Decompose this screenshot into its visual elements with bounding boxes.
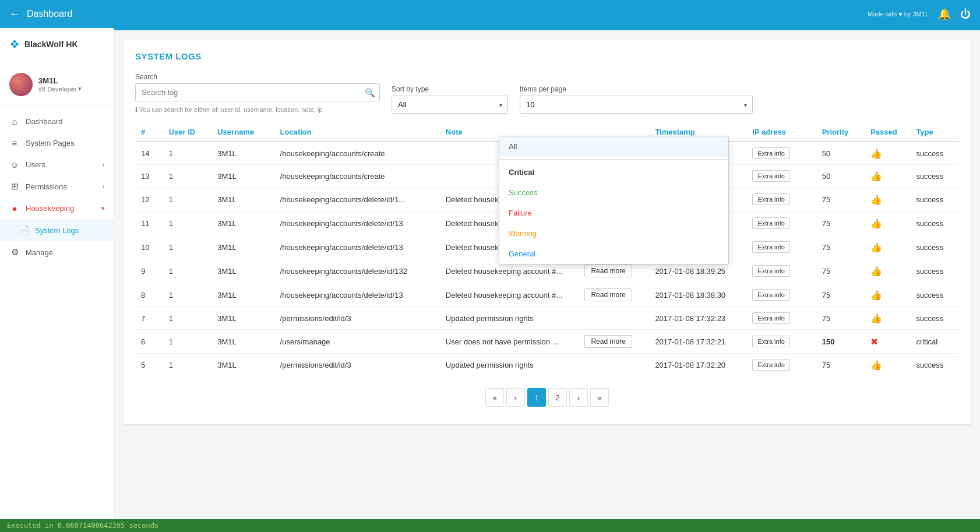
footer-text: Executed in 0.06071400642395 seconds [7,522,158,530]
sort-type-label: Sort by type [392,85,508,93]
items-per-page-wrapper: 10 ▾ [520,96,753,114]
cell-location: /housekeeping/accounts/delete/id/13 [274,212,440,235]
search-wrapper: 🔍 [135,83,380,101]
sidebar-item-users[interactable]: ☺ Users › [0,154,114,175]
cell-num: 10 [135,235,163,259]
search-button[interactable]: 🔍 [359,83,380,101]
col-header-userid: User ID [163,123,212,142]
dropdown-item-critical[interactable]: Critical [499,162,728,182]
pagination-page-2[interactable]: 2 [548,388,567,407]
notification-icon[interactable]: 🔔 [938,8,951,20]
pagination-prev[interactable]: ‹ [506,388,525,407]
cell-passed: 👍 [865,235,910,259]
extra-info-button[interactable]: Extra info [752,359,789,371]
passed-ok-icon: 👍 [870,290,882,300]
dropdown-item-warning[interactable]: Warning [499,223,728,244]
sort-type-select[interactable]: All [392,96,508,114]
sidebar-item-system-logs[interactable]: 📄 System Logs [0,219,114,241]
cell-ip: Extra info [746,307,816,330]
search-input[interactable] [135,83,380,101]
dropdown-item-success[interactable]: Success [499,182,728,203]
cell-priority: 75 [816,354,865,376]
read-more-button[interactable]: Read more [584,265,632,277]
top-header: ← Dashboard Made with ♥ by 3M1L 🔔 ⏻ [0,0,980,28]
col-header-username: Username [211,123,274,142]
sidebar-item-label: Permissions [26,182,67,191]
cell-username: 3M1L [211,142,274,165]
cell-ip: Extra info [746,165,816,188]
cell-userid: 1 [163,188,212,212]
sidebar-item-dashboard[interactable]: ⌂ Dashboard [0,111,114,132]
passed-fail-icon: ✖ [870,337,878,347]
grid-icon: ⊞ [9,181,20,192]
cell-username: 3M1L [211,259,274,283]
cell-username: 3M1L [211,188,274,212]
cell-passed: 👍 [865,307,910,330]
pagination-first[interactable]: « [485,388,504,407]
read-more-button[interactable]: Read more [584,288,632,301]
dropdown-item-failure[interactable]: Failure [499,203,728,223]
sidebar-profile: 3M1L #8 Developer ▾ [0,61,114,106]
pagination-last[interactable]: » [590,388,609,407]
cell-location: /users/manage [274,330,440,354]
cell-note: Updated permission rights [440,354,579,376]
cell-num: 7 [135,307,163,330]
main-layout: ❖ BlackWolf HK 3M1L #8 Developer ▾ ⌂ Das… [0,28,980,519]
profile-role: #8 Developer ▾ [38,85,82,93]
col-header-passed: Passed [865,123,910,142]
sidebar-item-system-pages[interactable]: ≡ System Pages [0,132,114,154]
passed-ok-icon: 👍 [870,195,882,205]
cell-username: 3M1L [211,165,274,188]
pagination-page-1[interactable]: 1 [527,388,546,407]
items-per-page-select[interactable]: 10 [520,96,753,114]
cell-type: critical [910,330,959,354]
back-button[interactable]: ← [9,8,20,20]
pagination-next[interactable]: › [569,388,588,407]
cell-num: 9 [135,259,163,283]
cell-timestamp: 2017-01-08 17:32:20 [649,354,746,376]
sidebar-item-label: Housekeeping [26,204,74,213]
dropdown-item-general[interactable]: General [499,244,728,264]
cell-location: /housekeeping/accounts/delete/id/13 [274,235,440,259]
cell-ip: Extra info [746,354,816,376]
search-group: Search 🔍 ℹ You can search for either of:… [135,73,380,114]
sidebar-item-housekeeping[interactable]: ● Housekeeping ▾ [0,198,114,219]
extra-info-button[interactable]: Extra info [752,241,789,253]
sidebar-item-label: Manage [26,248,53,257]
cell-type: success [910,259,959,283]
sidebar-item-manage[interactable]: ⚙ Manage [0,241,114,263]
cell-userid: 1 [163,165,212,188]
cell-location: /housekeeping/accounts/delete/id/132 [274,259,440,283]
sidebar-item-permissions[interactable]: ⊞ Permissions › [0,175,114,198]
profile-info: 3M1L #8 Developer ▾ [38,76,82,93]
cell-ip: Extra info [746,283,816,307]
cell-userid: 1 [163,283,212,307]
cell-username: 3M1L [211,354,274,376]
extra-info-button[interactable]: Extra info [752,265,789,277]
cell-priority: 150 [816,330,865,354]
extra-info-button[interactable]: Extra info [752,312,789,324]
passed-ok-icon: 👍 [870,242,882,252]
dot-icon: ● [9,203,20,213]
power-icon[interactable]: ⏻ [960,8,971,20]
cell-priority: 75 [816,307,865,330]
dropdown-item-all[interactable]: All [499,136,728,157]
extra-info-button[interactable]: Extra info [752,193,789,205]
cell-note: User does not have permission ... [440,330,579,354]
extra-info-button[interactable]: Extra info [752,147,789,159]
extra-info-button[interactable]: Extra info [752,170,789,182]
list-icon: ≡ [9,138,20,148]
cell-timestamp: 2017-01-08 17:32:23 [649,307,746,330]
extra-info-button[interactable]: Extra info [752,336,789,347]
sort-type-group: Sort by type All ▾ [392,85,508,114]
cell-location: /housekeeping/accounts/delete/id/1... [274,188,440,212]
extra-info-button[interactable]: Extra info [752,289,789,301]
home-icon: ⌂ [9,117,20,126]
sort-type-dropdown: All Critical Success Failure Warning Gen… [499,136,729,265]
cell-num: 5 [135,354,163,376]
read-more-button[interactable]: Read more [584,335,632,348]
cell-username: 3M1L [211,212,274,235]
dropdown-divider [499,159,728,160]
extra-info-button[interactable]: Extra info [752,217,789,229]
cell-passed: 👍 [865,354,910,376]
